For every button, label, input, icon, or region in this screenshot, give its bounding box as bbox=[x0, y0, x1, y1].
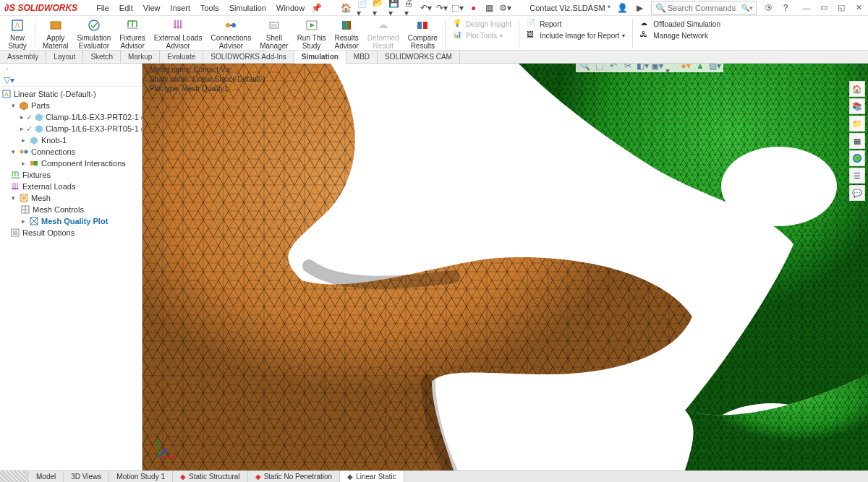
close-button[interactable]: ✕ bbox=[854, 3, 864, 13]
hide-show-icon[interactable]: 👁▾ bbox=[665, 64, 677, 72]
rebuild-icon[interactable]: ● bbox=[468, 2, 480, 14]
taskpane-props-icon[interactable]: ☰ bbox=[849, 168, 865, 184]
search-input[interactable] bbox=[668, 4, 740, 12]
fixtures-advisor-button[interactable]: Fixtures Advisor bbox=[115, 17, 150, 51]
user-icon[interactable]: 👤 bbox=[616, 2, 628, 14]
section-view-icon[interactable]: ✂ bbox=[622, 64, 634, 72]
menu-simulation[interactable]: Simulation bbox=[225, 2, 271, 14]
pin-icon[interactable]: 📌 bbox=[310, 2, 322, 14]
tree-connections[interactable]: ▾Connections bbox=[1, 146, 140, 158]
status-tab-model[interactable]: Model bbox=[29, 471, 64, 482]
tree-part-rubber[interactable]: ▸✓Clamp-1/L6-EX3-PRT05-1 (-Rubber-) bbox=[1, 123, 140, 134]
appearance-icon[interactable]: ●▾ bbox=[680, 64, 692, 72]
tree-mesh-quality-plot[interactable]: ▸Mesh Quality Plot bbox=[1, 215, 140, 227]
tab-layout[interactable]: Layout bbox=[46, 51, 83, 63]
taskpane-resources-icon[interactable]: 📚 bbox=[849, 98, 865, 114]
menu-edit[interactable]: Edit bbox=[115, 2, 137, 14]
tab-mbd[interactable]: MBD bbox=[346, 51, 378, 63]
taskpane-home-icon[interactable]: 🏠 bbox=[849, 81, 865, 97]
tab-assembly[interactable]: Assembly bbox=[0, 51, 46, 63]
help-icon[interactable]: ? bbox=[780, 2, 791, 14]
maximize-button[interactable]: ◱ bbox=[836, 3, 846, 13]
filter-icon[interactable]: ▽▾ bbox=[3, 74, 14, 86]
status-tab-nopen[interactable]: ◆Static No Penetration bbox=[248, 471, 341, 482]
tab-simulation[interactable]: Simulation bbox=[294, 51, 346, 64]
simulation-evaluator-button[interactable]: Simulation Evaluator bbox=[73, 17, 116, 51]
document-title: Contact Viz.SLDASM * bbox=[529, 4, 610, 12]
taskpane-design-icon[interactable]: 📁 bbox=[849, 116, 865, 132]
apply-material-button[interactable]: Apply Material bbox=[38, 17, 73, 51]
tab-addins[interactable]: SOLIDWORKS Add-Ins bbox=[203, 51, 294, 63]
render-icon[interactable]: ▧▾ bbox=[709, 64, 720, 72]
menu-view[interactable]: View bbox=[139, 2, 165, 14]
graphics-viewport[interactable]: Model name: Contact Viz Study name: Line… bbox=[142, 64, 868, 470]
plot-tools-button: 📊Plot Tools▾ bbox=[453, 30, 511, 40]
run-study-button[interactable]: Run This Study bbox=[293, 17, 331, 51]
tree-root[interactable]: Linear Static (-Default-) bbox=[1, 88, 140, 100]
home-icon[interactable]: 🏠 bbox=[341, 2, 352, 14]
results-advisor-button[interactable]: Results Advisor bbox=[330, 17, 362, 51]
options-icon[interactable]: ▦ bbox=[484, 2, 495, 14]
menu-file[interactable]: File bbox=[92, 2, 114, 14]
external-loads-button[interactable]: External Loads Advisor bbox=[150, 17, 207, 51]
status-tab-3dviews[interactable]: 3D Views bbox=[64, 471, 109, 482]
tree-mesh[interactable]: ▾Mesh bbox=[1, 192, 140, 204]
cloud-icon[interactable]: ▶ bbox=[634, 2, 645, 14]
restore-button[interactable]: ▭ bbox=[819, 3, 829, 13]
open-icon[interactable]: 📂▾ bbox=[373, 2, 384, 14]
mesh-render bbox=[142, 64, 868, 470]
notifications-icon[interactable]: ③ bbox=[762, 2, 774, 14]
select-icon[interactable]: ⬚▾ bbox=[452, 2, 464, 14]
search-dropdown-icon[interactable]: 🔍▾ bbox=[741, 4, 753, 12]
view-orient-icon[interactable]: ◧▾ bbox=[637, 64, 648, 72]
undo-icon[interactable]: ↶▾ bbox=[420, 2, 432, 14]
tab-evaluate[interactable]: Evaluate bbox=[160, 51, 203, 63]
tree-fixtures[interactable]: Fixtures bbox=[1, 169, 140, 181]
zoom-area-icon[interactable]: ⬚ bbox=[593, 64, 605, 72]
display-style-icon[interactable]: ▣▾ bbox=[651, 64, 663, 72]
tree-component-interactions[interactable]: ▸Component Interactions bbox=[1, 158, 140, 169]
tree-parts[interactable]: ▾Parts bbox=[1, 100, 140, 111]
save-icon[interactable]: 💾▾ bbox=[388, 2, 400, 14]
status-tab-motion[interactable]: Motion Study 1 bbox=[109, 471, 173, 482]
menu-insert[interactable]: Insert bbox=[166, 2, 195, 14]
tab-markup[interactable]: Markup bbox=[121, 51, 160, 63]
taskpane-forum-icon[interactable]: 💬 bbox=[849, 185, 865, 201]
taskpane-appearances-icon[interactable] bbox=[849, 150, 865, 166]
new-doc-icon[interactable]: 📄▾ bbox=[357, 2, 368, 14]
minimize-button[interactable]: — bbox=[801, 3, 812, 13]
compare-results-button[interactable]: Compare Results bbox=[404, 17, 442, 51]
tab-scroll-left[interactable] bbox=[0, 471, 29, 482]
print-icon[interactable]: 🖨▾ bbox=[404, 2, 416, 14]
svg-point-19 bbox=[853, 154, 861, 163]
status-tab-linear[interactable]: ◆Linear Static bbox=[340, 471, 404, 482]
tree-mesh-controls[interactable]: Mesh Controls bbox=[1, 204, 140, 215]
tree-external-loads[interactable]: External Loads bbox=[1, 181, 140, 192]
tree-result-options[interactable]: Result Options bbox=[1, 227, 140, 238]
connections-advisor-button[interactable]: Connections Advisor bbox=[207, 17, 256, 51]
prev-view-icon[interactable]: ↶ bbox=[608, 64, 619, 72]
menu-tools[interactable]: Tools bbox=[196, 2, 224, 14]
report-button[interactable]: 📄Report bbox=[527, 19, 625, 29]
settings-icon[interactable]: ⚙▾ bbox=[500, 2, 511, 14]
tab-cam[interactable]: SOLIDWORKS CAM bbox=[378, 51, 460, 63]
app-logo: ∂S SOLIDWORKS bbox=[4, 2, 77, 13]
menu-window[interactable]: Window bbox=[272, 2, 309, 14]
redo-icon[interactable]: ↷▾ bbox=[436, 2, 448, 14]
scene-icon[interactable]: ▲ bbox=[694, 64, 706, 72]
include-image-button[interactable]: 🖼Include Image for Report▾ bbox=[527, 30, 625, 40]
offloaded-sim-button[interactable]: ☁Offloaded Simulation bbox=[640, 19, 720, 29]
taskpane-views-icon[interactable]: ▦ bbox=[849, 133, 865, 149]
tab-sketch[interactable]: Sketch bbox=[83, 51, 121, 63]
search-commands[interactable]: 🔍 🔍▾ bbox=[651, 1, 757, 15]
tree-part-brass[interactable]: ▸✓Clamp-1/L6-EX3-PRT02-1 (-Brass-) bbox=[1, 111, 140, 123]
status-tab-structural[interactable]: ◆Static Structural bbox=[173, 471, 248, 482]
manage-network-button[interactable]: 🖧Manage Network bbox=[640, 30, 720, 40]
shell-manager-button[interactable]: Shell Manager bbox=[255, 17, 292, 51]
zoom-fit-icon[interactable]: 🔍 bbox=[579, 64, 590, 72]
svg-marker-23 bbox=[173, 455, 177, 460]
tree-part-knob[interactable]: ▸Knob-1 bbox=[1, 134, 140, 146]
new-study-button[interactable]: New Study bbox=[3, 17, 32, 51]
view-triad[interactable] bbox=[153, 434, 182, 463]
quick-access-toolbar: 🏠 📄▾ 📂▾ 💾▾ 🖨▾ ↶▾ ↷▾ ⬚▾ ● ▦ ⚙▾ bbox=[322, 2, 529, 14]
